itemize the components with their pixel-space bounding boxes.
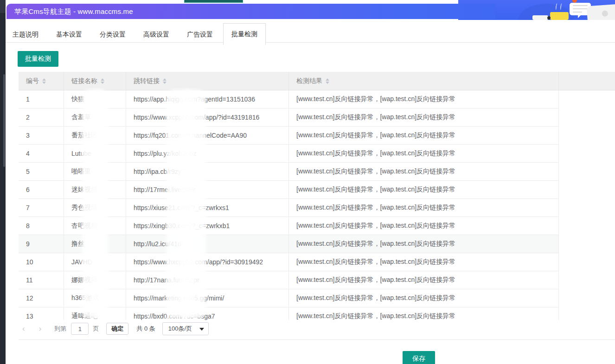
- table-header-row: 编号链接名称跳转链接检测结果: [19, 72, 615, 90]
- batch-check-button[interactable]: 批量检测: [18, 51, 58, 67]
- link-url: http://lu2.icu/41dr: [126, 235, 289, 253]
- row-id: 1: [19, 90, 64, 108]
- column-header-3[interactable]: 检测结果: [289, 72, 559, 90]
- link-url: http://ipa.cb/r9zy7: [126, 163, 289, 180]
- row-id: 3: [19, 127, 64, 144]
- tab-5[interactable]: 批量检测: [223, 23, 266, 45]
- scrollbar-thumb[interactable]: [3, 74, 5, 167]
- censor-blur: [91, 89, 105, 319]
- check-result: [www.test.cn]反向链接异常，[wap.test.cn]反向链接异常: [289, 109, 559, 126]
- column-label: 链接名称: [71, 77, 97, 85]
- link-url: https://fq201.com/?channelCode=AA90: [126, 127, 289, 144]
- link-url: https://plu.yz/kob2o6z: [126, 145, 289, 162]
- link-url: http://17rmei.live/3l5lr: [126, 181, 289, 198]
- check-result: [www.test.cn]反向链接异常，[wap.test.cn]反向链接异常: [289, 289, 559, 307]
- check-result: [www.test.cn]反向链接异常，[wap.test.cn]反向链接异常: [289, 199, 559, 217]
- sort-caret-icon: [42, 78, 46, 84]
- column-header-0[interactable]: 编号: [19, 72, 64, 90]
- laptop-illustration: [587, 4, 615, 20]
- goto-page-label: 到第: [54, 325, 66, 333]
- column-header-1[interactable]: 链接名称: [64, 72, 126, 90]
- link-url: https://app.hiqigg.com?agentId=13151036: [126, 90, 289, 108]
- check-result: [www.test.cn]反向链接异常，[wap.test.cn]反向链接异常: [289, 235, 559, 253]
- censor-blur: [179, 89, 195, 319]
- page-size-value: 100条/页: [168, 325, 192, 333]
- confirm-page-button[interactable]: 确定: [106, 323, 128, 335]
- check-result: [www.test.cn]反向链接异常，[wap.test.cn]反向链接异常: [289, 217, 559, 235]
- check-result: [www.test.cn]反向链接异常，[wap.test.cn]反向链接异常: [289, 90, 559, 108]
- sort-caret-icon: [101, 78, 104, 84]
- column-header-4: [559, 72, 615, 90]
- tab-1[interactable]: 基本设置: [56, 23, 82, 39]
- sidebar-edge-top: [0, 0, 6, 13]
- link-url: https://xiuse21.com/?_c=zwrkxs1: [126, 199, 289, 217]
- link-url: https://marketing.h365.gg/mimi/: [126, 289, 289, 307]
- row-id: 11: [19, 271, 64, 289]
- sort-caret-icon: [163, 78, 167, 84]
- prev-page-icon[interactable]: ‹: [19, 322, 29, 336]
- column-header-2[interactable]: 跳转链接: [126, 72, 289, 90]
- dialog-title: 苹果Cms导航主题 - www.maccms.me: [6, 4, 495, 19]
- paper-illustration: [532, 15, 548, 20]
- row-id: 9: [19, 235, 64, 253]
- page-unit-label: 页: [93, 325, 99, 333]
- save-button[interactable]: 保存: [403, 351, 435, 364]
- row-id: 2: [19, 109, 64, 126]
- total-count-label: 共 0 条: [136, 325, 155, 333]
- coffee-mug-icon: [550, 12, 569, 20]
- link-url: https://bxd0.com/?dc=bsga7: [126, 307, 289, 320]
- link-url: https://www.xcpp60.com/app/?id=43191816: [126, 109, 289, 126]
- check-result: [www.test.cn]反向链接异常，[wap.test.cn]反向链接异常: [289, 307, 559, 320]
- tab-2[interactable]: 分类设置: [100, 23, 126, 39]
- chevron-down-icon: [199, 328, 204, 331]
- check-result: [www.test.cn]反向链接异常，[wap.test.cn]反向链接异常: [289, 163, 559, 180]
- column-label: 编号: [26, 77, 39, 85]
- tab-bar: 主题说明基本设置分类设置高级设置广告设置批量检测: [13, 23, 266, 45]
- tab-0[interactable]: 主题说明: [13, 23, 38, 39]
- background-browser-tab: [184, 0, 243, 3]
- row-id: 8: [19, 217, 64, 235]
- row-id: 5: [19, 163, 64, 180]
- row-id: 13: [19, 307, 64, 320]
- check-result: [www.test.cn]反向链接异常，[wap.test.cn]反向链接异常: [289, 127, 559, 144]
- check-result: [www.test.cn]反向链接异常，[wap.test.cn]反向链接异常: [289, 181, 559, 198]
- pagination: ‹ › 到第 页 确定 共 0 条 100条/页: [19, 321, 209, 336]
- sort-caret-icon: [326, 78, 329, 84]
- link-url: https://xingb30.com/?_c=zwrkxb1: [126, 217, 289, 235]
- next-page-icon[interactable]: ›: [35, 322, 45, 336]
- dialog-titlebar[interactable]: 苹果Cms导航主题 - www.maccms.me: [6, 4, 495, 19]
- page: 苹果Cms导航主题 - www.maccms.me 主题说明基本设置分类设置高级…: [0, 0, 615, 364]
- link-url: https://www.hxcpp62.com/app/?id=30919492: [126, 253, 289, 271]
- link-url: http://17nana.fun/r52pr: [126, 271, 289, 289]
- row-id: 7: [19, 199, 64, 217]
- row-id: 4: [19, 145, 64, 162]
- check-result: [www.test.cn]反向链接异常，[wap.test.cn]反向链接异常: [289, 271, 559, 289]
- row-id: 10: [19, 253, 64, 271]
- column-label: 跳转链接: [134, 77, 160, 85]
- check-result: [www.test.cn]反向链接异常，[wap.test.cn]反向链接异常: [289, 253, 559, 271]
- row-id: 6: [19, 181, 64, 198]
- page-size-select[interactable]: 100条/页: [162, 322, 209, 335]
- tab-3[interactable]: 高级设置: [143, 23, 169, 39]
- camera-dot-icon: [602, 10, 608, 17]
- card-bottom-divider: [19, 339, 615, 340]
- sidebar-edge: [0, 0, 6, 364]
- row-id: 12: [19, 289, 64, 307]
- column-label: 检测结果: [296, 77, 322, 85]
- page-number-input[interactable]: [71, 323, 89, 335]
- tab-4[interactable]: 广告设置: [187, 23, 213, 39]
- check-result: [www.test.cn]反向链接异常，[wap.test.cn]反向链接异常: [289, 145, 559, 162]
